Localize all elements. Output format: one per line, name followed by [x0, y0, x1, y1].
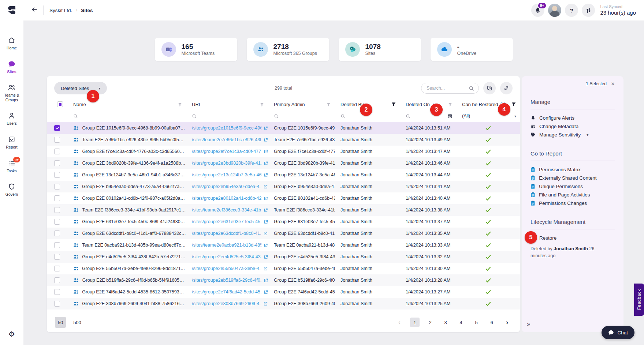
url-filter-input[interactable] [186, 110, 268, 122]
site-url-link[interactable]: /sites/groupe2e13c124b7-3e5a-46... [192, 172, 261, 177]
sidebar-item-home[interactable]: Home [0, 37, 23, 50]
page-3[interactable]: 3 [441, 318, 450, 327]
settings-gear-icon[interactable]: ⚙ [8, 330, 15, 338]
sidebar-item-teams-groups[interactable]: Teams & Groups [0, 84, 23, 102]
external-link-icon[interactable] [263, 231, 268, 236]
filter-funnel-active-icon[interactable] [511, 102, 516, 107]
site-url-link[interactable]: /sites/teame2ef386cce3-334e-41bf... [192, 207, 261, 213]
site-url-link[interactable]: /sites/groupe2ef7ce1c3a-cd0f-477... [192, 149, 261, 154]
row-checkbox[interactable] [54, 277, 60, 283]
site-url-link[interactable]: /sites/groupe2eb519ffa6-29c6-4f0... [192, 278, 261, 283]
table-row[interactable]: Group E2E 3bd9820b-39fe-4136-9e4f-a1a258… [47, 157, 520, 169]
external-link-icon[interactable] [264, 278, 268, 283]
restore-action[interactable]: Restore [531, 235, 615, 240]
external-link-icon[interactable] [264, 196, 268, 201]
manage-sensitivity-action[interactable]: Manage Sensitivity ▾ [531, 132, 615, 137]
page-size-50[interactable]: 50 [55, 317, 66, 328]
external-link-icon[interactable] [264, 208, 268, 213]
page-size-500[interactable]: 500 [72, 317, 83, 328]
sidebar-item-sites[interactable]: Sites [0, 60, 23, 74]
change-metadata-action[interactable]: Change Metadata [531, 124, 615, 129]
chat-button[interactable]: Chat [602, 326, 634, 339]
site-url-link[interactable]: /sites/groupe2ee4d525e5-3f84-43... [192, 254, 261, 259]
row-checkbox[interactable] [54, 207, 60, 213]
site-url-link[interactable]: /sites/groupe2e3bd9820b-39fe-41... [192, 161, 261, 166]
row-checkbox[interactable] [54, 266, 60, 271]
column-header-can-be-restored[interactable]: Can be Restored i [456, 99, 520, 110]
external-link-icon[interactable] [264, 126, 268, 131]
table-row[interactable]: Group E2E b954e3a0-ddea-4773-a5a4-0661f7… [47, 181, 520, 192]
syskit-logo[interactable] [0, 5, 23, 15]
table-row[interactable]: Team E2E f386cce3-334e-41bf-93eb-9ad2917… [47, 204, 520, 216]
row-checkbox[interactable] [54, 184, 60, 190]
row-checkbox[interactable] [54, 172, 60, 178]
table-row[interactable]: Group E2E 55b5047a-3ebe-4980-8296-8dd187… [47, 263, 520, 274]
column-header-primary-admin[interactable]: Primary Admin [268, 99, 335, 110]
table-row[interactable]: Team E2E 7e66e1bc-e926-43be-8f65-5b05c0f… [47, 134, 520, 146]
external-link-icon[interactable] [264, 138, 268, 142]
report-link[interactable]: Permissions Changes [531, 200, 615, 206]
page-4[interactable]: 4 [456, 318, 466, 327]
filter-funnel-icon[interactable] [326, 102, 331, 107]
external-link-icon[interactable] [264, 243, 268, 248]
row-checkbox[interactable] [54, 289, 60, 295]
external-link-icon[interactable] [264, 290, 268, 295]
table-row[interactable]: Group E2E 13c124b7-3e5a-46b1-94b1-a346c3… [47, 169, 520, 181]
copy-columns-button[interactable] [483, 82, 496, 94]
sidebar-item-users[interactable]: Users [0, 112, 23, 126]
table-row[interactable]: Group E2E 63dcddf1-b8c0-41d1-aff0-678884… [47, 228, 520, 239]
deleted-on-filter-input[interactable] [400, 110, 456, 122]
site-url-link[interactable]: /sites/groupe2e631e03e7-fec5-45... [192, 219, 261, 224]
report-link[interactable]: Permissions Matrix [531, 167, 615, 172]
notifications-button[interactable]: 9+ [531, 4, 544, 17]
site-url-link[interactable]: /sites/groupe2e55b5047a-3ebe-4... [192, 266, 261, 271]
table-row[interactable]: Group E2E 631e03e7-fec5-450c-868f-41a249… [47, 216, 520, 228]
filter-funnel-icon[interactable] [260, 102, 264, 107]
report-link[interactable]: Externally Shared Content [531, 175, 615, 180]
breadcrumb-org[interactable]: Syskit Ltd. [49, 8, 72, 13]
sidebar-item-report[interactable]: Report [0, 136, 23, 150]
page-6[interactable]: 6 [487, 318, 496, 327]
admin-filter-input[interactable] [268, 110, 335, 122]
site-url-link[interactable]: /sites/groupe2e80102a41-cd6b-42... [192, 196, 261, 201]
column-header-deleted-on[interactable]: Deleted On ↓ [400, 99, 456, 110]
configure-alerts-action[interactable]: Configure Alerts [531, 115, 615, 120]
report-link[interactable]: Unique Permissions [531, 184, 615, 189]
filter-funnel-icon[interactable] [178, 102, 182, 107]
table-row[interactable]: Group E2E 74f6ad42-5cdd-4535-8612-350759… [47, 286, 520, 298]
collapse-panel-icon[interactable]: » [527, 320, 530, 328]
table-row[interactable]: Group E2E b519ffa6-29c6-4f0d-b65b-5f4f91… [47, 274, 520, 286]
table-row[interactable]: Group E2E 308b7669-2609-4041-bf88-758621… [47, 298, 520, 310]
external-link-icon[interactable] [264, 173, 268, 177]
close-icon[interactable]: ✕ [611, 81, 615, 86]
filter-funnel-icon[interactable] [448, 102, 453, 107]
sync-button[interactable] [582, 4, 595, 17]
site-url-link[interactable]: /sites/groupe2e1015e6f9-9ecc-496... [192, 125, 261, 131]
column-header-name[interactable]: Name [67, 99, 186, 110]
page-1[interactable]: 1 [410, 318, 420, 327]
page-2[interactable]: 2 [425, 318, 435, 327]
site-url-link[interactable]: /sites/groupe2e308b7669-2609-4... [192, 301, 261, 306]
report-link[interactable]: File and Page Activities [531, 192, 615, 197]
row-checkbox[interactable] [54, 230, 60, 236]
row-checkbox[interactable] [54, 254, 60, 260]
site-url-link[interactable]: /sites/groupe2eb954e3a0-ddea-4... [192, 184, 261, 189]
filter-funnel-active-icon[interactable] [391, 102, 396, 107]
row-checkbox[interactable] [54, 219, 60, 225]
external-link-icon[interactable] [264, 161, 268, 166]
row-checkbox[interactable] [54, 149, 60, 154]
next-page-icon[interactable]: › [502, 318, 512, 327]
external-link-icon[interactable] [264, 149, 268, 154]
row-checkbox[interactable] [54, 160, 60, 166]
name-filter-input[interactable] [67, 110, 186, 122]
user-avatar[interactable] [548, 4, 561, 17]
site-url-link[interactable]: /sites/groupe2e74f6ad42-5cdd-45... [192, 289, 261, 295]
site-url-link[interactable]: /sites/groupe2e63dcddf1-b8c0-41... [192, 231, 261, 236]
table-row[interactable]: Group E2E e4d525e5-3f84-438f-842b-57eb22… [47, 251, 520, 263]
external-link-icon[interactable] [263, 184, 268, 189]
search-input[interactable] [427, 86, 469, 91]
page-5[interactable]: 5 [472, 318, 481, 327]
site-url-link[interactable]: /sites/teame2e0acba921-b13d-485... [192, 243, 261, 248]
help-button[interactable]: ? [565, 4, 578, 17]
calendar-icon[interactable] [447, 113, 453, 119]
